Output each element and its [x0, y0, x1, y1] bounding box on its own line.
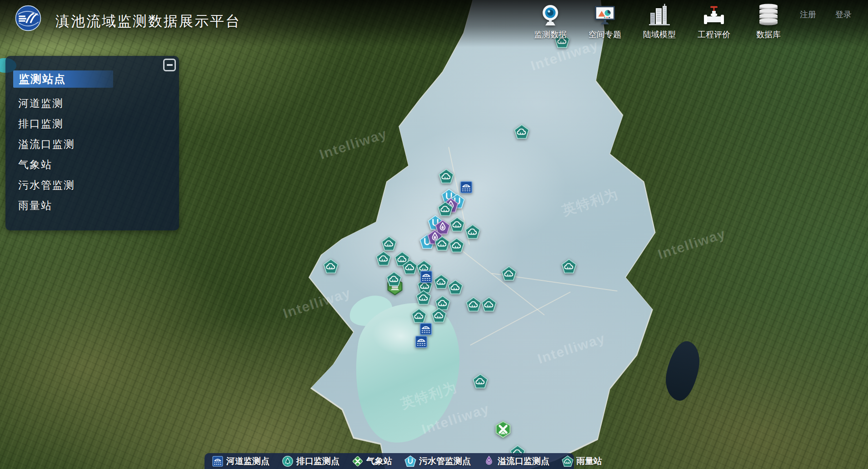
nav-item-project-evaluation[interactable]: 工程评价 — [694, 3, 733, 40]
map-marker-rain[interactable] — [465, 224, 480, 241]
webcam-icon — [538, 3, 563, 28]
panel-item-sewage-pipe-monitoring[interactable]: 污水管监测 — [5, 175, 179, 195]
collapse-panel-button[interactable] — [163, 59, 176, 71]
map-marker-rain[interactable] — [561, 259, 577, 276]
map-marker-weather[interactable] — [494, 421, 512, 440]
monitor-chart-icon — [592, 3, 618, 28]
map-marker-rain[interactable] — [434, 274, 449, 291]
login-link[interactable]: 登录 — [835, 9, 852, 20]
map-marker-rain[interactable] — [439, 169, 454, 186]
valve-icon — [701, 3, 727, 28]
nav-item-land-model[interactable]: 陆域模型 — [640, 3, 679, 40]
nav-label: 工程评价 — [698, 29, 730, 40]
map-marker-rain[interactable] — [473, 374, 488, 391]
map-marker-rain[interactable] — [438, 201, 453, 219]
legend-item-rain-gauge-station[interactable]: 雨量站 — [562, 455, 602, 467]
panel-item-river-monitoring[interactable]: 河道监测 — [5, 93, 179, 114]
map-marker-rain[interactable] — [386, 271, 402, 289]
buildings-icon — [647, 3, 672, 28]
rain-gauge-icon — [562, 455, 574, 467]
platform-logo — [15, 5, 41, 31]
outlet-monitor-icon — [282, 455, 294, 467]
map-marker-rain[interactable] — [514, 124, 529, 141]
nav-item-database[interactable]: 数据库 — [749, 3, 788, 40]
legend-label: 排口监测点 — [296, 455, 339, 467]
legend-label: 雨量站 — [576, 455, 602, 467]
nav-label: 陆域模型 — [643, 29, 676, 40]
map-marker-river[interactable] — [414, 335, 428, 350]
map-marker-rain[interactable] — [431, 308, 447, 325]
nav-label: 数据库 — [756, 29, 781, 40]
database-icon — [756, 3, 781, 28]
map-marker-river[interactable] — [459, 180, 473, 196]
panel-title-monitoring-stations[interactable]: 监测站点 — [13, 70, 113, 88]
nav-label: 监测数据 — [534, 29, 567, 40]
weather-station-icon — [352, 455, 364, 467]
map-marker-rain[interactable] — [323, 259, 339, 276]
legend-label: 河道监测点 — [226, 455, 269, 467]
map-legend: 河道监测点 排口监测点 气象站 污水管监测点 溢流口监测点 雨量站 — [205, 453, 574, 469]
map-marker-rain[interactable] — [449, 238, 464, 255]
panel-list: 河道监测 排口监测 溢流口监测 气象站 污水管监测 雨量站 — [5, 93, 179, 216]
legend-label: 气象站 — [366, 455, 392, 467]
map-marker-rain[interactable] — [402, 259, 418, 277]
map-marker-rain[interactable] — [434, 236, 450, 253]
sewage-pipe-icon — [404, 455, 416, 467]
nav-label: 空间专题 — [589, 29, 621, 40]
panel-item-rain-gauge-station[interactable]: 雨量站 — [5, 195, 179, 216]
monitoring-stations-panel: 监测站点 河道监测 排口监测 溢流口监测 气象站 污水管监测 雨量站 — [5, 56, 179, 230]
legend-item-weather-station[interactable]: 气象站 — [352, 455, 392, 467]
map-marker-rain[interactable] — [376, 251, 391, 268]
legend-label: 溢流口监测点 — [498, 455, 549, 467]
minus-icon — [167, 64, 173, 66]
nav-item-monitoring-data[interactable]: 监测数据 — [531, 3, 570, 40]
river-monitor-icon — [212, 455, 224, 467]
auth-links: 注册 登录 — [800, 9, 852, 20]
page-title: 滇池流域监测数据展示平台 — [55, 12, 241, 31]
panel-item-overflow-monitoring[interactable]: 溢流口监测 — [5, 134, 179, 155]
map-marker-rain[interactable] — [481, 297, 497, 314]
map-marker-rain[interactable] — [448, 279, 463, 297]
legend-item-sewage-pipe-monitoring-point[interactable]: 污水管监测点 — [404, 455, 471, 467]
panel-item-weather-station[interactable]: 气象站 — [5, 155, 179, 175]
map-marker-river[interactable] — [419, 270, 433, 285]
legend-item-river-monitoring-point[interactable]: 河道监测点 — [212, 455, 269, 467]
legend-item-overflow-monitoring-point[interactable]: 溢流口监测点 — [483, 455, 549, 467]
top-navigation: 监测数据 空间专题 陆域模型 — [531, 3, 788, 40]
legend-label: 污水管监测点 — [419, 455, 471, 467]
nav-item-spatial-topics[interactable]: 空间专题 — [585, 3, 624, 40]
map-marker-rain[interactable] — [501, 266, 517, 283]
panel-item-outlet-monitoring[interactable]: 排口监测 — [5, 114, 179, 134]
register-link[interactable]: 注册 — [800, 9, 816, 20]
map-marker-rain[interactable] — [449, 217, 465, 234]
overflow-outlet-icon — [483, 455, 495, 467]
legend-item-outlet-monitoring-point[interactable]: 排口监测点 — [282, 455, 339, 467]
map-marker-rain[interactable] — [416, 290, 431, 307]
map-marker-rain[interactable] — [466, 297, 481, 314]
